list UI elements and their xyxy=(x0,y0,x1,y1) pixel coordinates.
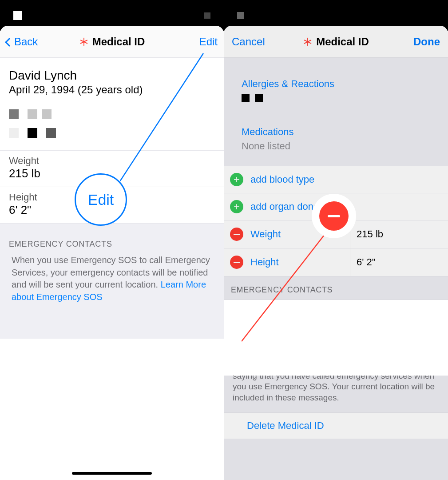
left-phone-view-mode: Back Medical ID Edit David Lynch April 2… xyxy=(0,0,224,480)
medications-value: None listed xyxy=(242,140,430,152)
remove-icon[interactable] xyxy=(230,228,243,241)
add-icon: + xyxy=(230,173,243,186)
redacted-contact-relation xyxy=(350,300,448,328)
height-row[interactable]: Height 6' 2" xyxy=(224,248,448,276)
redacted-contact-name xyxy=(263,310,271,318)
redacted-row xyxy=(9,109,215,119)
emergency-contact-row[interactable] xyxy=(224,300,448,328)
weight-label: Weight xyxy=(250,228,281,240)
status-left-icon xyxy=(13,11,22,20)
emergency-contacts-header: EMERGENCY CONTACTS xyxy=(224,276,448,300)
profile-name: David Lynch xyxy=(9,68,215,83)
allergies-section[interactable]: Allergies & Reactions xyxy=(224,58,448,106)
remove-icon[interactable] xyxy=(230,307,243,320)
medical-id-star-icon xyxy=(79,37,89,47)
allergies-label: Allergies & Reactions xyxy=(242,78,430,90)
add-icon: + xyxy=(230,335,243,348)
redacted-row-2 xyxy=(9,128,215,138)
cancel-button[interactable]: Cancel xyxy=(224,26,273,58)
profile-section: David Lynch April 29, 1994 (25 years old… xyxy=(0,58,224,151)
weight-value[interactable]: 215 lb xyxy=(350,220,448,248)
medications-section[interactable]: Medications None listed xyxy=(224,106,448,156)
add-emergency-contact-label: add emergency contact xyxy=(250,336,352,347)
height-label: Height xyxy=(250,256,279,268)
add-organ-donor-row[interactable]: + add organ dono xyxy=(224,193,448,220)
redacted-allergies xyxy=(242,94,430,102)
edit-label: Edit xyxy=(199,36,218,48)
height-value[interactable]: 6' 2" xyxy=(350,248,448,276)
add-blood-type-row[interactable]: + add blood type xyxy=(224,166,448,193)
height-label: Height xyxy=(9,192,215,203)
delete-medical-id-button[interactable]: Delete Medical ID xyxy=(224,412,448,439)
height-row: Height 6' 2" xyxy=(0,187,224,224)
weight-value: 215 lb xyxy=(9,167,215,180)
back-button[interactable]: Back xyxy=(0,26,44,58)
height-value: 6' 2" xyxy=(9,203,215,217)
medical-id-view-sheet: Back Medical ID Edit David Lynch April 2… xyxy=(0,26,224,480)
redacted-contact-name xyxy=(250,310,258,318)
weight-row[interactable]: Weight 215 lb xyxy=(224,220,448,248)
cancel-label: Cancel xyxy=(232,36,265,48)
add-blood-type-label: add blood type xyxy=(250,174,314,185)
add-icon: + xyxy=(230,200,243,213)
edit-button[interactable]: Edit xyxy=(193,26,224,58)
page-title: Medical ID xyxy=(303,36,369,48)
emergency-info-text: When you use Emergency SOS to call Emerg… xyxy=(0,254,224,303)
back-label: Back xyxy=(14,36,38,48)
nav-bar: Back Medical ID Edit xyxy=(0,26,224,58)
right-phone-edit-mode: Cancel Medical ID Done Allergies & React… xyxy=(224,0,448,480)
weight-label: Weight xyxy=(9,155,215,167)
status-right-icon xyxy=(204,12,210,19)
emergency-info-text: Your emergency contacts will receive a m… xyxy=(224,355,448,412)
done-label: Done xyxy=(413,36,440,48)
chevron-left-icon xyxy=(5,38,14,47)
page-title-text: Medical ID xyxy=(92,36,145,48)
page-title: Medical ID xyxy=(79,36,145,48)
remove-icon[interactable] xyxy=(230,256,243,269)
add-emergency-contact-row[interactable]: + add emergency contact xyxy=(224,328,448,355)
nav-bar: Cancel Medical ID Done xyxy=(224,26,448,58)
medical-id-star-icon xyxy=(303,37,313,47)
add-organ-donor-label: add organ dono xyxy=(250,201,319,212)
weight-row: Weight 215 lb xyxy=(0,151,224,187)
page-title-text: Medical ID xyxy=(316,36,369,48)
medical-id-edit-sheet: Cancel Medical ID Done Allergies & React… xyxy=(224,26,448,480)
status-left-icon xyxy=(237,12,244,19)
profile-dob: April 29, 1994 (25 years old) xyxy=(9,84,215,96)
medications-label: Medications xyxy=(242,126,430,138)
done-button[interactable]: Done xyxy=(405,26,448,58)
home-indicator[interactable] xyxy=(72,472,152,475)
emergency-contacts-header: EMERGENCY CONTACTS xyxy=(0,224,224,254)
